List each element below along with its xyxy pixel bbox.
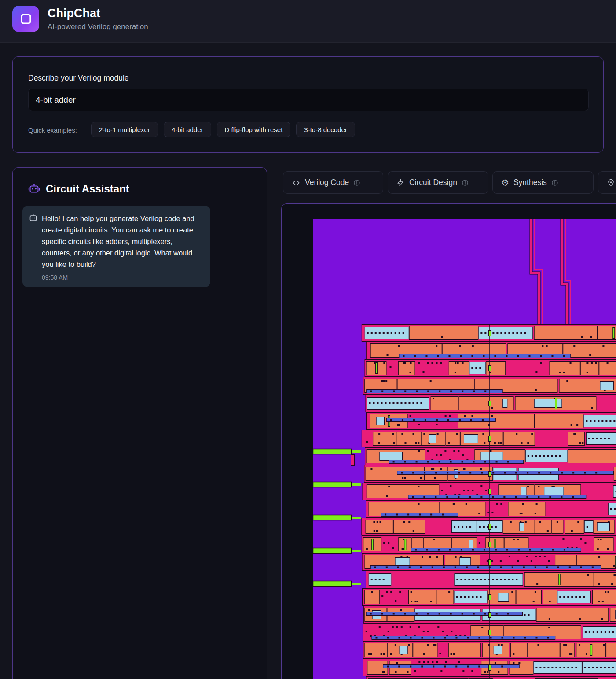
assistant-title: Circuit Assistant: [46, 183, 129, 195]
info-icon[interactable]: [462, 179, 469, 186]
info-icon[interactable]: [551, 179, 558, 186]
assistant-message-bubble: Hello! I can help you generate Verilog c…: [22, 206, 210, 287]
tab-verilog-code-label: Verilog Code: [305, 178, 349, 187]
layout-viewer-panel: [281, 203, 616, 679]
gear-icon: ⚙: [501, 178, 509, 187]
tab-layout-partial[interactable]: [598, 171, 616, 194]
chip-layout-canvas[interactable]: [313, 219, 616, 679]
app-header: ChipChat AI-powered Verilog generation: [0, 0, 616, 43]
tab-synthesis-label: Synthesis: [513, 178, 547, 187]
prompt-label: Describe your Verilog module: [28, 74, 129, 83]
app-logo: [12, 6, 39, 32]
tab-circuit-design[interactable]: Circuit Design: [388, 171, 488, 194]
assistant-message-text: Hello! I can help you generate Verilog c…: [42, 213, 203, 270]
module-description-input[interactable]: [28, 89, 589, 111]
tab-verilog-code[interactable]: Verilog Code: [283, 171, 383, 194]
example-3to8-decoder-button[interactable]: 3-to-8 decoder: [296, 122, 355, 137]
assistant-title-row: Circuit Assistant: [28, 183, 129, 195]
robot-message-icon: [29, 214, 38, 223]
code-icon: [292, 178, 301, 187]
app-subtitle: AI-powered Verilog generation: [48, 22, 148, 31]
example-2to1-multiplexer-button[interactable]: 2-to-1 multiplexer: [91, 122, 158, 137]
tab-circuit-design-label: Circuit Design: [409, 178, 457, 187]
pin-icon: [607, 178, 615, 187]
quick-examples-row: 2-to-1 multiplexer 4-bit adder D flip-fl…: [91, 122, 355, 137]
tab-synthesis[interactable]: ⚙ Synthesis: [492, 171, 594, 194]
app-title: ChipChat: [48, 7, 100, 20]
circuit-assistant-panel: Circuit Assistant Hello! I can help you …: [12, 167, 267, 679]
bolt-icon: [396, 178, 405, 187]
assistant-message-timestamp: 09:58 AM: [42, 274, 203, 281]
example-d-flipflop-button[interactable]: D flip-flop with reset: [217, 122, 291, 137]
example-4bit-adder-button[interactable]: 4-bit adder: [164, 122, 211, 137]
quick-examples-label: Quick examples:: [28, 123, 77, 137]
info-icon[interactable]: [353, 179, 360, 186]
chip-logo-icon: [19, 12, 33, 26]
robot-icon: [28, 183, 40, 195]
prompt-panel: Describe your Verilog module Quick examp…: [12, 56, 604, 153]
